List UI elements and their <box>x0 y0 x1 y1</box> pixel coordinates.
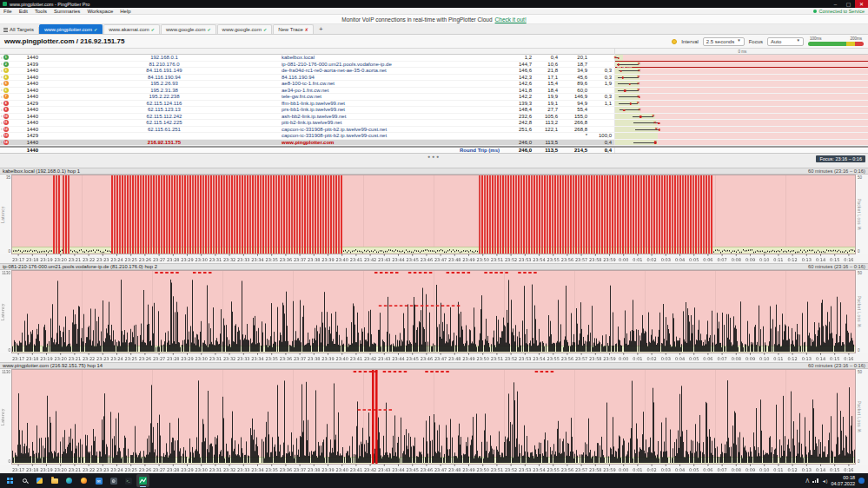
tab-www-akamai-com[interactable]: www.akamai.com✔ <box>103 24 160 34</box>
expand-icon[interactable]: › <box>1 134 3 138</box>
hop-cell: ›11 <box>0 120 14 125</box>
hop-name: kabelbox.local <box>282 55 505 60</box>
promo-banner: Monitor VoIP connections in real-time wi… <box>0 15 868 24</box>
volume-icon[interactable]: ◄) <box>822 478 828 484</box>
hop-min: 10,6 <box>534 62 560 67</box>
graph-header[interactable]: kabelbox.local (192.168.0.1) hop 1 60 mi… <box>0 168 868 175</box>
table-row[interactable]: ›8142962.115.124.116ffm-bb1-link.ip.twel… <box>0 101 868 108</box>
hop-name: prs-bb1-link.ip.twelve99.net <box>282 107 505 112</box>
hop-ip: 62.115.123.13 <box>47 107 282 112</box>
tab-www-google-com[interactable]: www.google.com✔ <box>217 24 273 34</box>
latency-timeline-canvas[interactable] <box>11 369 856 465</box>
hop-min: 21,8 <box>534 68 560 73</box>
menu-workspace[interactable]: Workspace <box>87 9 113 14</box>
focus-label: Focus <box>749 39 763 44</box>
table-row[interactable]: ›12144062.115.61.251capcon-ic-331908-pit… <box>0 127 868 134</box>
y-axis-min: 0 <box>8 459 10 464</box>
latency-timeline-canvas[interactable] <box>11 270 856 353</box>
avg-marker: × <box>638 68 640 74</box>
all-targets-button[interactable]: All Targets <box>2 27 39 34</box>
table-row[interactable]: ›10144062.115.112.242ash-bb2-link.ip.twe… <box>0 114 868 121</box>
menu-help[interactable]: Help <box>120 9 130 14</box>
table-row[interactable]: ›3144084.116.191.149de-fra04d-rc1-re0-ao… <box>0 68 868 75</box>
table-body: ›11440192.168.0.1kabelbox.local1,20,420,… <box>0 55 868 146</box>
firefox-browser-button[interactable] <box>77 474 90 487</box>
menu-summaries[interactable]: Summaries <box>54 9 80 14</box>
table-row[interactable]: ›11440192.168.0.1kabelbox.local1,20,420,… <box>0 55 868 62</box>
expand-icon[interactable]: › <box>1 95 3 99</box>
expand-icon[interactable]: › <box>1 75 3 79</box>
table-row[interactable]: ›51440195.2.26.93ae8-100-tc-1.fnt.cw.net… <box>0 81 868 88</box>
file-explorer-button[interactable] <box>48 474 61 487</box>
splitter-grip[interactable]: ●●● <box>427 154 441 160</box>
settings-app-button[interactable]: ⚙ <box>107 474 120 487</box>
expand-icon[interactable]: › <box>1 121 3 125</box>
table-row[interactable]: ›4144084.116.190.9484.116.190.94142,317,… <box>0 75 868 82</box>
mail-app-button[interactable]: ✉ <box>92 474 105 487</box>
expand-icon[interactable]: › <box>1 62 3 66</box>
latency-timeline-canvas[interactable] <box>11 175 856 254</box>
menu-tools[interactable]: Tools <box>35 9 47 14</box>
expand-icon[interactable]: › <box>1 82 3 86</box>
expand-icon[interactable]: › <box>1 108 3 112</box>
search-icon <box>23 478 27 483</box>
new-tab-button[interactable]: + <box>315 25 328 33</box>
expand-icon[interactable]: › <box>1 101 3 105</box>
focus-select[interactable]: Auto ▼ <box>767 37 804 46</box>
table-row[interactable]: ›131429capcon-ic-331908-pitt-b2.ip.twelv… <box>0 133 868 140</box>
maximize-button[interactable]: ▢ <box>842 0 855 8</box>
hop-ip: 195.2.22.238 <box>47 94 282 99</box>
hop-cur: 268,8 <box>560 127 590 132</box>
connection-status: Connected to Service <box>813 9 865 14</box>
hop-status-dot: 6 <box>3 88 9 93</box>
network-icon[interactable] <box>812 478 818 483</box>
expand-icon[interactable]: › <box>1 127 3 131</box>
pane-splitter[interactable]: ●●● Focus: 23:16 – 0:16 <box>0 153 868 168</box>
graph-header[interactable]: www.pingplotter.com (216.92.151.75) hop … <box>0 362 868 369</box>
hop-pl: 0,3 <box>590 75 614 80</box>
hop-cur: 20,1 <box>560 55 590 60</box>
table-row[interactable]: ›9144062.115.123.13prs-bb1-link.ip.twelv… <box>0 107 868 114</box>
header-controls: Interval 2.5 seconds ▼ Focus Auto ▼ 100m… <box>672 36 864 46</box>
y-axis-label: Latency <box>1 303 5 320</box>
alert-icon[interactable] <box>672 39 677 44</box>
expand-icon[interactable]: › <box>1 140 3 144</box>
tab-www-google-com[interactable]: www.google.com✔ <box>161 24 216 34</box>
close-button[interactable]: ✕ <box>855 0 868 8</box>
expand-icon[interactable]: › <box>1 88 3 92</box>
hop-status-dot: 4 <box>3 75 9 80</box>
interval-select[interactable]: 2.5 seconds ▼ <box>703 37 745 46</box>
tray-chevron-icon[interactable]: ᐱ <box>805 478 809 484</box>
hop-status-dot: 11 <box>3 120 9 125</box>
expand-icon[interactable]: › <box>1 114 3 118</box>
taskbar-clock[interactable]: 00:18 04.07.2022 <box>831 475 855 486</box>
tab-www-pingplotter-com[interactable]: www.pingplotter.com✔ <box>39 24 103 34</box>
expand-icon[interactable]: › <box>1 56 3 60</box>
tab-new-trace[interactable]: New Trace✘ <box>273 24 314 34</box>
widgets-button[interactable] <box>33 474 46 487</box>
loss-axis-min: 0 <box>858 459 860 464</box>
hop-ip: 195.2.26.93 <box>47 81 282 86</box>
terminal-app-button[interactable]: >_ <box>122 474 135 487</box>
banner-link[interactable]: Check it out! <box>495 16 527 23</box>
table-row[interactable]: ›11144062.115.142.225pitt-b2-link.ip.twe… <box>0 120 868 127</box>
search-button[interactable] <box>18 474 31 487</box>
table-row[interactable]: ›141440216.92.151.75www.pingplotter.com2… <box>0 140 868 147</box>
notification-badge[interactable] <box>858 478 865 484</box>
minimize-button[interactable]: – <box>829 0 842 8</box>
hop-latency-bar: × <box>614 120 868 126</box>
table-row[interactable]: ›61440195.2.31.38ae34-po-1.fnt.cw.net141… <box>0 88 868 95</box>
avg-marker: × <box>637 81 639 87</box>
round-trip-row[interactable]: 1440 Round Trip (ms) 246,0 113,5 214,5 0… <box>0 146 868 153</box>
hop-cur: 60,0 <box>560 88 590 93</box>
menu-file[interactable]: File <box>3 9 12 14</box>
graph-header[interactable]: ip-081-210-176-000.um21.pools.vodafone-i… <box>0 263 868 270</box>
expand-icon[interactable]: › <box>1 69 3 73</box>
pingplotter-app-button[interactable] <box>136 474 149 487</box>
start-button[interactable] <box>3 474 17 487</box>
menu-edit[interactable]: Edit <box>19 9 28 14</box>
edge-browser-button[interactable] <box>63 474 76 487</box>
table-row[interactable]: ›2143981.210.176.0ip-081-210-176-000.um2… <box>0 62 868 69</box>
table-row[interactable]: ›71440195.2.22.238tele-gw.fnt.cw.net142,… <box>0 94 868 101</box>
connected-icon <box>813 10 817 13</box>
